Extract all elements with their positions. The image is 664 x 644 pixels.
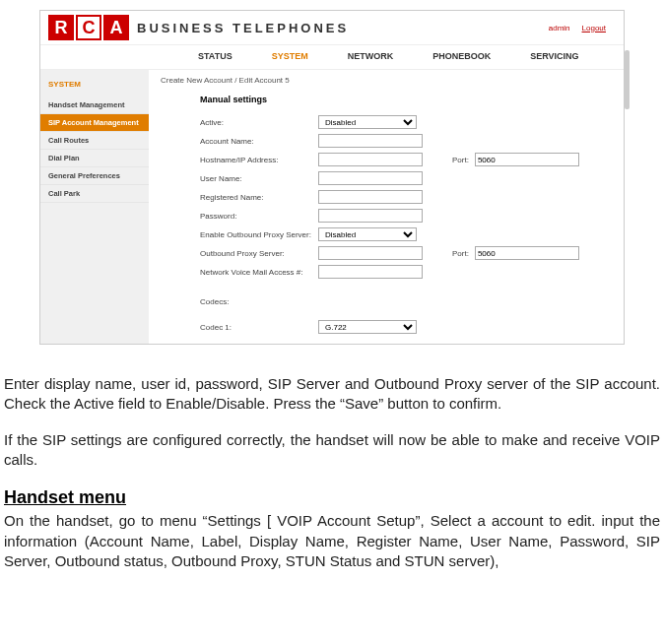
main-panel: Create New Account / Edit Account 5 Manu… [149,70,624,344]
sidebar-title: SYSTEM [40,76,149,97]
scrollbar-stub [625,50,630,109]
active-label: Active: [200,118,318,127]
vmail-label: Network Voice Mail Access #: [200,268,318,277]
codec1-label: Codec 1: [200,323,318,332]
current-user: admin [549,24,570,32]
rca-logo: R C A [48,15,129,40]
doc-para-2: If the SIP settings are configured corre… [4,430,660,471]
host-label: Hostname/IP Address: [200,156,318,164]
logo-letter-a: A [103,15,129,40]
vmail-input[interactable] [318,265,423,279]
codecs-label: Codecs: [200,297,318,306]
admin-ui-screenshot: R C A BUSINESS TELEPHONES admin Logout S… [39,10,625,345]
nav-phonebook[interactable]: PHONEBOOK [432,51,491,61]
logo-letter-c: C [76,15,101,40]
header-bar: R C A BUSINESS TELEPHONES admin Logout [40,11,624,45]
pass-label: Password: [200,212,318,221]
nav-network[interactable]: NETWORK [348,51,394,61]
host-input[interactable] [318,153,423,166]
doc-para-1: Enter display name, user id, password, S… [4,374,660,415]
nav-system[interactable]: SYSTEM [272,51,308,61]
top-right-links: admin Logout [549,24,616,32]
active-select[interactable]: Disabled [318,115,417,129]
host-port-input[interactable] [475,153,579,166]
doc-heading-handset-menu: Handset menu [4,485,660,509]
section-heading: Manual settings [200,95,612,104]
doc-para-3: On the handset, go to menu “Settings [ V… [4,511,660,571]
sidebar-item-sip-account-management[interactable]: SIP Account Management [40,114,149,132]
document-body: Enter display name, user id, password, S… [0,374,664,591]
sidebar-item-call-routes[interactable]: Call Routes [40,132,149,150]
proxy-enable-label: Enable Outbound Proxy Server: [200,230,318,239]
sidebar: SYSTEM Handset Management SIP Account Ma… [40,70,149,344]
user-input[interactable] [318,171,423,185]
brand-text: BUSINESS TELEPHONES [129,21,349,35]
sidebar-item-handset-management[interactable]: Handset Management [40,97,149,114]
sidebar-item-dial-plan[interactable]: Dial Plan [40,150,149,167]
breadcrumb: Create New Account / Edit Account 5 [161,76,612,85]
proxy-server-label: Outbound Proxy Server: [200,249,318,258]
user-label: User Name: [200,174,318,183]
account-name-input[interactable] [318,134,423,148]
main-nav: STATUS SYSTEM NETWORK PHONEBOOK SERVICIN… [40,45,624,70]
proxy-port-label: Port: [452,249,469,258]
proxy-enable-select[interactable]: Disabled [318,227,417,241]
nav-status[interactable]: STATUS [198,51,232,61]
codec1-select[interactable]: G.722 [318,320,417,334]
host-port-label: Port: [452,156,469,164]
proxy-server-input[interactable] [318,246,423,260]
reg-input[interactable] [318,190,423,204]
logout-link[interactable]: Logout [582,24,606,32]
reg-label: Registered Name: [200,193,318,202]
sidebar-item-call-park[interactable]: Call Park [40,185,149,203]
sidebar-item-general-preferences[interactable]: General Preferences [40,167,149,185]
account-name-label: Account Name: [200,137,318,146]
pass-input[interactable] [318,209,423,223]
logo-letter-r: R [48,15,74,40]
proxy-port-input[interactable] [475,246,579,260]
nav-servicing[interactable]: SERVICING [530,51,578,61]
